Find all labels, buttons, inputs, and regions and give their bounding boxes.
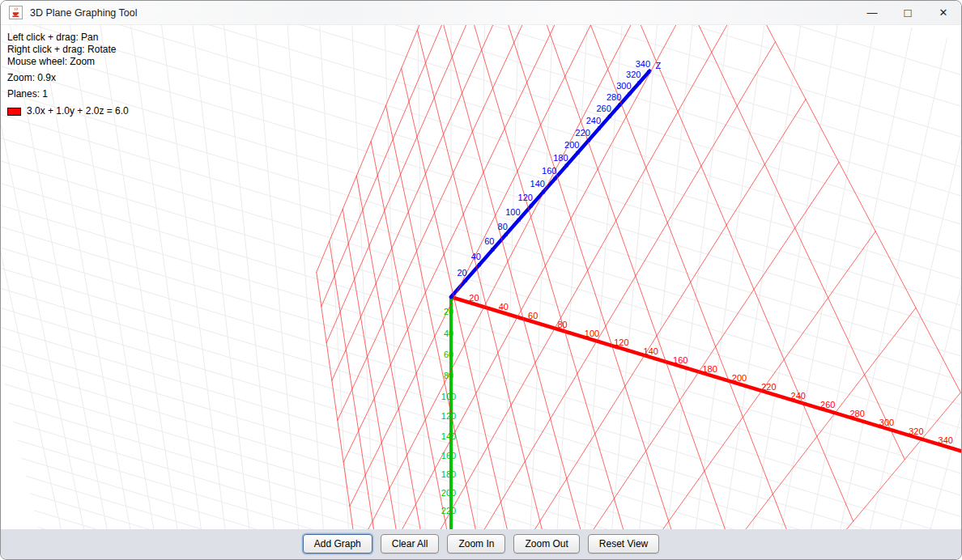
svg-text:200: 200 <box>564 140 579 150</box>
svg-text:140: 140 <box>644 346 658 356</box>
svg-text:220: 220 <box>576 128 590 138</box>
svg-text:60: 60 <box>484 236 494 246</box>
toolbar: Add Graph Clear All Zoom In Zoom Out Res… <box>1 529 961 559</box>
svg-text:80: 80 <box>498 222 508 231</box>
svg-text:280: 280 <box>607 92 621 102</box>
zoom-in-button[interactable]: Zoom In <box>447 534 505 554</box>
svg-text:160: 160 <box>441 451 456 460</box>
svg-text:120: 120 <box>518 193 533 202</box>
svg-text:180: 180 <box>553 153 568 163</box>
svg-text:40: 40 <box>499 302 509 312</box>
svg-text:240: 240 <box>586 116 601 125</box>
minimize-button[interactable]: — <box>854 1 890 24</box>
plot-canvas[interactable]: 2040608010012014016018020022024026028030… <box>1 25 961 529</box>
zoom-out-button[interactable]: Zoom Out <box>513 534 579 554</box>
svg-text:300: 300 <box>879 418 894 427</box>
svg-text:140: 140 <box>441 431 456 441</box>
svg-text:340: 340 <box>939 435 953 445</box>
svg-text:120: 120 <box>441 411 456 421</box>
svg-text:240: 240 <box>791 391 806 401</box>
svg-text:300: 300 <box>616 81 631 91</box>
svg-text:40: 40 <box>471 252 481 261</box>
window-controls: — □ ✕ <box>854 1 961 24</box>
svg-text:20: 20 <box>469 293 479 303</box>
svg-text:80: 80 <box>557 320 567 329</box>
svg-text:280: 280 <box>849 409 864 418</box>
svg-text:200: 200 <box>441 488 456 498</box>
svg-text:200: 200 <box>732 373 747 383</box>
svg-text:260: 260 <box>596 104 611 113</box>
window-title: 3D Plane Graphing Tool <box>30 7 854 19</box>
svg-text:320: 320 <box>909 426 923 436</box>
svg-text:100: 100 <box>585 329 599 338</box>
svg-text:140: 140 <box>530 179 545 189</box>
svg-text:100: 100 <box>505 207 520 217</box>
svg-text:260: 260 <box>820 400 835 409</box>
java-app-icon <box>9 6 23 19</box>
close-button[interactable]: ✕ <box>926 1 961 24</box>
title-bar[interactable]: 3D Plane Graphing Tool — □ ✕ <box>1 1 961 25</box>
maximize-button[interactable]: □ <box>890 1 926 24</box>
clear-all-button[interactable]: Clear All <box>381 534 440 554</box>
svg-text:Z: Z <box>656 61 662 70</box>
svg-text:100: 100 <box>441 392 456 401</box>
svg-text:80: 80 <box>444 371 453 380</box>
svg-text:120: 120 <box>614 337 628 347</box>
svg-text:60: 60 <box>528 311 538 320</box>
svg-text:20: 20 <box>457 268 466 278</box>
svg-text:160: 160 <box>673 355 687 365</box>
svg-text:40: 40 <box>444 329 453 338</box>
svg-text:340: 340 <box>636 59 650 69</box>
reset-view-button[interactable]: Reset View <box>588 534 659 554</box>
app-window: 3D Plane Graphing Tool — □ ✕ 20406080100… <box>0 0 962 560</box>
svg-text:60: 60 <box>444 350 453 359</box>
svg-text:220: 220 <box>441 506 456 515</box>
svg-text:180: 180 <box>441 469 456 479</box>
svg-text:320: 320 <box>626 70 641 79</box>
add-graph-button[interactable]: Add Graph <box>303 534 372 554</box>
svg-text:20: 20 <box>444 307 453 316</box>
svg-text:220: 220 <box>761 382 776 392</box>
svg-text:180: 180 <box>702 364 717 374</box>
svg-text:160: 160 <box>542 166 556 176</box>
plot-svg: 2040608010012014016018020022024026028030… <box>1 25 961 529</box>
